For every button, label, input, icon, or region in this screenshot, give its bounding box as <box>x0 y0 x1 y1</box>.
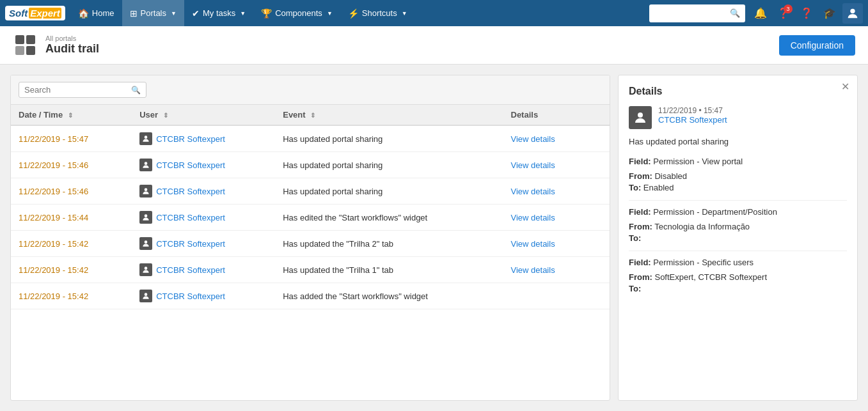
cell-event: Has updated the "Trilha 1" tab <box>275 257 503 283</box>
user-name-link[interactable]: CTCBR Softexpert <box>156 160 225 170</box>
datetime-link[interactable]: 11/22/2019 - 15:42 <box>19 239 88 249</box>
user-name-link[interactable]: CTCBR Softexpert <box>156 187 225 196</box>
svg-point-2 <box>145 162 148 165</box>
page-header: All portals Audit trail Configuration <box>0 26 868 65</box>
cell-extra <box>588 152 610 178</box>
details-section-divider <box>629 251 847 251</box>
user-cell-wrapper: CTCBR Softexpert <box>139 159 267 171</box>
datetime-link[interactable]: 11/22/2019 - 15:47 <box>19 134 88 144</box>
view-details-link[interactable]: View details <box>511 265 555 275</box>
details-field-section: Field: Permission - Specific usersFrom: … <box>629 258 847 293</box>
user-cell-wrapper: CTCBR Softexpert <box>139 211 267 224</box>
table-row: 11/22/2019 - 15:46CTCBR SoftexpertHas up… <box>11 178 610 205</box>
cell-event: Has updated portal sharing <box>275 125 503 152</box>
nav-right-icons: 🔔 ❓ 3 ❓ 🎓 <box>750 3 863 24</box>
logo[interactable]: Soft Expert <box>5 6 65 20</box>
page-module-icon <box>13 33 38 58</box>
cell-extra <box>588 125 610 152</box>
user-sort-icon[interactable]: ⇕ <box>163 112 168 119</box>
user-small-avatar <box>139 159 152 171</box>
view-details-link[interactable]: View details <box>511 187 555 196</box>
user-small-avatar-icon <box>141 213 150 222</box>
event-sort-icon[interactable]: ⇕ <box>310 112 315 119</box>
notification-badge-button[interactable]: ❓ 3 <box>773 3 794 24</box>
datetime-link[interactable]: 11/22/2019 - 15:46 <box>19 160 88 170</box>
top-navigation: Soft Expert 🏠 Home ⊞ Portals ▼ ✔ My task… <box>0 0 868 26</box>
nav-mytasks[interactable]: ✔ My tasks ▼ <box>184 0 253 26</box>
view-details-link[interactable]: View details <box>511 160 555 170</box>
user-avatar-button[interactable] <box>842 3 863 24</box>
nav-home-label: Home <box>92 8 114 18</box>
from-value: Tecnologia da Informação <box>652 222 750 231</box>
svg-point-8 <box>638 112 643 118</box>
user-small-avatar-icon <box>141 134 150 143</box>
details-from-row: From: SoftExpert, CTCBR Softexpert <box>629 272 847 282</box>
help-button[interactable]: ❓ <box>796 3 817 24</box>
to-value: Enabled <box>641 183 674 192</box>
cell-event: Has updated the "Trilha 2" tab <box>275 231 503 257</box>
details-user-link[interactable]: CTCBR Softexpert <box>658 115 727 125</box>
notification-bell-button[interactable]: 🔔 <box>750 3 771 24</box>
mytasks-dropdown-icon: ▼ <box>240 10 246 17</box>
datetime-link[interactable]: 11/22/2019 - 15:44 <box>19 213 88 222</box>
nav-portals[interactable]: ⊞ Portals ▼ <box>122 0 184 26</box>
details-field-section: Field: Permission - View portalFrom: Dis… <box>629 157 847 192</box>
academy-button[interactable]: 🎓 <box>819 3 840 24</box>
cell-user: CTCBR Softexpert <box>132 178 275 205</box>
from-value: SoftExpert, CTCBR Softexpert <box>652 272 767 282</box>
table-search-input[interactable] <box>24 85 131 95</box>
shortcuts-icon: ⚡ <box>348 8 359 19</box>
nav-search-input[interactable] <box>654 8 730 18</box>
user-cell-wrapper: CTCBR Softexpert <box>139 237 267 250</box>
table-search-box[interactable]: 🔍 <box>19 82 146 98</box>
view-details-link[interactable]: View details <box>511 134 555 144</box>
user-cell-wrapper: CTCBR Softexpert <box>139 290 267 302</box>
nav-shortcuts[interactable]: ⚡ Shortcuts ▼ <box>340 0 415 26</box>
notification-count-badge: 3 <box>784 4 793 13</box>
nav-components[interactable]: 🏆 Components ▼ <box>253 0 340 26</box>
details-to-row: To: Enabled <box>629 183 847 192</box>
details-close-button[interactable]: ✕ <box>841 82 849 92</box>
user-avatar-icon <box>846 6 860 20</box>
cell-extra <box>588 283 610 309</box>
shortcuts-dropdown-icon: ▼ <box>402 10 407 17</box>
nav-home[interactable]: 🏠 Home <box>70 0 122 26</box>
user-small-avatar <box>139 237 152 250</box>
audit-table-area: 🔍 Date / Time ⇕ User ⇕ Event ⇕ <box>10 75 610 401</box>
datetime-link[interactable]: 11/22/2019 - 15:42 <box>19 291 88 301</box>
view-details-link[interactable]: View details <box>511 239 555 249</box>
to-label: To: <box>629 233 641 243</box>
nav-search-box[interactable]: 🔍 <box>649 4 745 22</box>
datetime-link[interactable]: 11/22/2019 - 15:46 <box>19 187 88 196</box>
cell-datetime: 11/22/2019 - 15:46 <box>11 178 132 205</box>
details-to-row: To: <box>629 233 847 243</box>
user-name-link[interactable]: CTCBR Softexpert <box>156 134 225 144</box>
page-header-left: All portals Audit trail <box>13 33 99 58</box>
user-name-link[interactable]: CTCBR Softexpert <box>156 291 225 301</box>
datetime-sort-icon[interactable]: ⇕ <box>68 112 73 119</box>
user-name-link[interactable]: CTCBR Softexpert <box>156 213 225 222</box>
cell-user: CTCBR Softexpert <box>132 257 275 283</box>
cell-user: CTCBR Softexpert <box>132 152 275 178</box>
user-cell-wrapper: CTCBR Softexpert <box>139 132 267 145</box>
cell-datetime: 11/22/2019 - 15:46 <box>11 152 132 178</box>
details-title: Details <box>629 86 847 97</box>
configuration-button[interactable]: Configuration <box>779 35 855 56</box>
user-small-avatar <box>139 185 152 198</box>
to-label: To: <box>629 183 641 192</box>
details-user-avatar-icon <box>633 110 648 125</box>
page-titles: All portals Audit trail <box>45 35 99 56</box>
view-details-link[interactable]: View details <box>511 213 555 222</box>
user-small-avatar <box>139 211 152 224</box>
user-name-link[interactable]: CTCBR Softexpert <box>156 239 225 249</box>
nav-components-label: Components <box>275 8 322 18</box>
cell-user: CTCBR Softexpert <box>132 231 275 257</box>
svg-point-5 <box>145 240 148 244</box>
cell-datetime: 11/22/2019 - 15:42 <box>11 283 132 309</box>
user-small-avatar <box>139 290 152 302</box>
icon-block-2 <box>26 35 35 44</box>
portals-icon: ⊞ <box>130 8 138 19</box>
datetime-link[interactable]: 11/22/2019 - 15:42 <box>19 265 88 275</box>
user-name-link[interactable]: CTCBR Softexpert <box>156 265 225 275</box>
table-row: 11/22/2019 - 15:42CTCBR SoftexpertHas ad… <box>11 283 610 309</box>
